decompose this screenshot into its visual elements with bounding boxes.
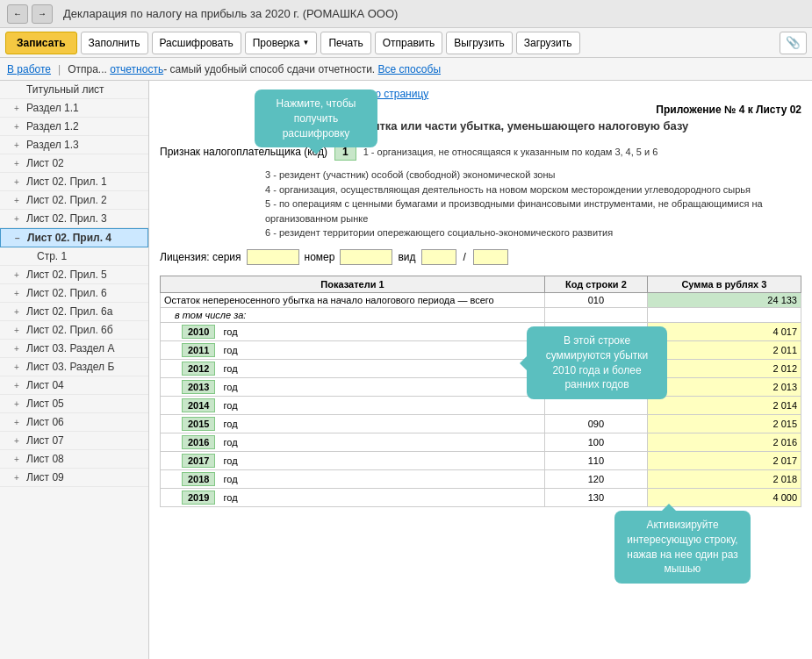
sidebar-label-list06: Лист 06 (26, 416, 64, 428)
year-badge: 2018 (182, 472, 215, 486)
license-vid-label: вид (398, 251, 415, 263)
table-row[interactable]: 2013 год 2 013 (161, 377, 801, 396)
row-sum[interactable]: 2 012 (647, 359, 801, 377)
tooltip-decrypt-text: Нажмите, чтобы получить расшифровку (277, 97, 356, 140)
row-sum[interactable]: 2 014 (647, 396, 801, 414)
row-sum[interactable]: 2 016 (647, 433, 801, 451)
zapolnit-button[interactable]: Заполнить (81, 32, 148, 54)
sidebar-item-list03razdelB[interactable]: + Лист 03. Раздел Б (0, 358, 148, 376)
otchetnost-link[interactable]: отчетность (110, 63, 163, 75)
col-header-sum: Сумма в рублях 3 (647, 276, 801, 292)
year-badge: 2013 (182, 380, 215, 394)
table-row[interactable]: 2019 год 130 4 000 (161, 488, 801, 506)
otprav-text: Отпра... (68, 63, 107, 75)
sidebar-item-list02pril4[interactable]: − Лист 02. Прил. 4 (0, 228, 148, 247)
pechat-button[interactable]: Печать (320, 32, 370, 54)
sidebar-item-list03razdelA[interactable]: + Лист 03. Раздел А (0, 340, 148, 358)
sidebar-item-razdel12[interactable]: + Раздел 1.2 (0, 118, 148, 136)
table-row[interactable]: 2017 год 110 2 017 (161, 451, 801, 469)
sidebar-item-list02pril3[interactable]: + Лист 02. Прил. 3 (0, 210, 148, 228)
expand-icon: + (14, 473, 23, 483)
sidebar-item-list02pril6a[interactable]: + Лист 02. Прил. 6а (0, 303, 148, 321)
sidebar-label-list05: Лист 05 (26, 398, 64, 410)
sidebar-item-list06[interactable]: + Лист 06 (0, 413, 148, 432)
sidebar-label-str1: Стр. 1 (37, 250, 67, 262)
proverka-button[interactable]: Проверка ▼ (245, 32, 318, 54)
sidebar-item-razdel11[interactable]: + Раздел 1.1 (0, 99, 148, 118)
table-row[interactable]: 2014 год 2 014 (161, 396, 801, 414)
expand-icon: + (14, 177, 23, 187)
sidebar-item-razdel13[interactable]: + Раздел 1.3 (0, 136, 148, 154)
sidebar-label-list02pril1: Лист 02. Прил. 1 (26, 175, 107, 188)
license-nomer-label: номер (305, 251, 335, 263)
expand-icon: + (14, 381, 23, 390)
all-ways-link[interactable]: Все способы (378, 63, 442, 75)
table-row[interactable]: 2015 год 090 2 015 (161, 414, 801, 433)
row-sum[interactable]: 2 015 (647, 414, 801, 433)
row-code: 010 (545, 292, 648, 307)
otpravit-button[interactable]: Отправить (375, 32, 443, 54)
desc-1: 1 - организация, не относящаяся к указан… (363, 147, 658, 157)
tooltip-decrypt: Нажмите, чтобы получить расшифровку (255, 90, 377, 147)
sidebar-item-titulny[interactable]: Титульный лист (0, 81, 148, 99)
clip-button[interactable]: 📎 (780, 32, 807, 54)
expand-icon: + (14, 104, 23, 113)
year-badge: 2012 (182, 362, 215, 376)
row-year-indicator: 2010 год (161, 322, 545, 340)
row-sum[interactable]: 2 011 (647, 340, 801, 359)
license-vid-input[interactable] (421, 249, 456, 265)
tooltip-sum: В этой строке суммируются убытки 2010 го… (527, 326, 667, 399)
sidebar-label-list02pril6a: Лист 02. Прил. 6а (26, 305, 112, 318)
row-sum[interactable]: 2 017 (647, 451, 801, 469)
sidebar-label-list02pril5: Лист 02. Прил. 5 (26, 269, 107, 281)
expand-icon: + (14, 196, 23, 205)
sidebar-item-list02pril6[interactable]: + Лист 02. Прил. 6 (0, 284, 148, 303)
sidebar-label-list02: Лист 02 (26, 157, 64, 169)
sidebar-item-list02pril2[interactable]: + Лист 02. Прил. 2 (0, 191, 148, 210)
license-extra-input[interactable] (473, 249, 508, 265)
sidebar-item-list07[interactable]: + Лист 07 (0, 432, 148, 450)
row-sum[interactable]: 4 017 (647, 322, 801, 340)
sidebar-item-list02[interactable]: + Лист 02 (0, 154, 148, 173)
vygruzit-button[interactable]: Выгрузить (446, 32, 513, 54)
tooltip-activate: Активизируйте интересующую строку, нажав… (614, 511, 751, 584)
report-desc: - самый удобный способ сдачи отчетности. (163, 63, 375, 75)
sidebar-item-str1[interactable]: Стр. 1 (0, 247, 148, 266)
sidebar-item-list09[interactable]: + Лист 09 (0, 469, 148, 487)
row-year-indicator: 2017 год (161, 451, 545, 469)
proverka-arrow-icon: ▼ (302, 39, 309, 47)
table-row[interactable]: 2010 год 040 4 017 (161, 322, 801, 340)
year-badge: 2015 (182, 417, 215, 431)
tooltip-sum-text: В этой строке суммируются убытки 2010 го… (546, 334, 649, 390)
desc-line-5: 6 - резидент территории опережающего соц… (265, 226, 801, 240)
row-sum[interactable]: 2 013 (647, 377, 801, 396)
table-row[interactable]: 2018 год 120 2 018 (161, 469, 801, 488)
license-seria-input[interactable] (247, 249, 299, 265)
col-header-code: Код строки 2 (545, 276, 648, 292)
rasshifrovat-button[interactable]: Расшифровать (152, 32, 241, 54)
zapisat-button[interactable]: Записать (5, 32, 77, 54)
sidebar-item-list08[interactable]: + Лист 08 (0, 450, 148, 469)
expand-icon: + (14, 159, 23, 168)
back-button[interactable]: ← (7, 4, 28, 24)
expand-icon: + (14, 140, 23, 150)
row-year-indicator: 2018 год (161, 469, 545, 488)
expand-icon: + (14, 362, 23, 372)
sidebar-item-list02pril1[interactable]: + Лист 02. Прил. 1 (0, 173, 148, 191)
sidebar-item-list04[interactable]: + Лист 04 (0, 376, 148, 395)
row-sum[interactable]: 2 018 (647, 469, 801, 488)
table-row[interactable]: 2012 год 2 012 (161, 359, 801, 377)
table-row[interactable]: 2016 год 100 2 016 (161, 433, 801, 451)
sidebar-item-list02pril5[interactable]: + Лист 02. Прил. 5 (0, 266, 148, 284)
row-sum[interactable]: 24 133 (647, 292, 801, 307)
license-row: Лицензия: серия номер вид / (160, 249, 801, 265)
license-nomer-input[interactable] (340, 249, 392, 265)
sidebar-item-list05[interactable]: + Лист 05 (0, 395, 148, 413)
sidebar-item-list02pril6b[interactable]: + Лист 02. Прил. 6б (0, 321, 148, 340)
zagruzit-button[interactable]: Загрузить (516, 32, 580, 54)
sidebar-label-list03B: Лист 03. Раздел Б (26, 361, 114, 373)
forward-button[interactable]: → (32, 4, 53, 24)
table-row[interactable]: Остаток непереносенного убытка на начало… (161, 292, 801, 307)
table-row[interactable]: 2011 год 050 2 011 (161, 340, 801, 359)
in-work-link[interactable]: В работе (7, 63, 51, 75)
